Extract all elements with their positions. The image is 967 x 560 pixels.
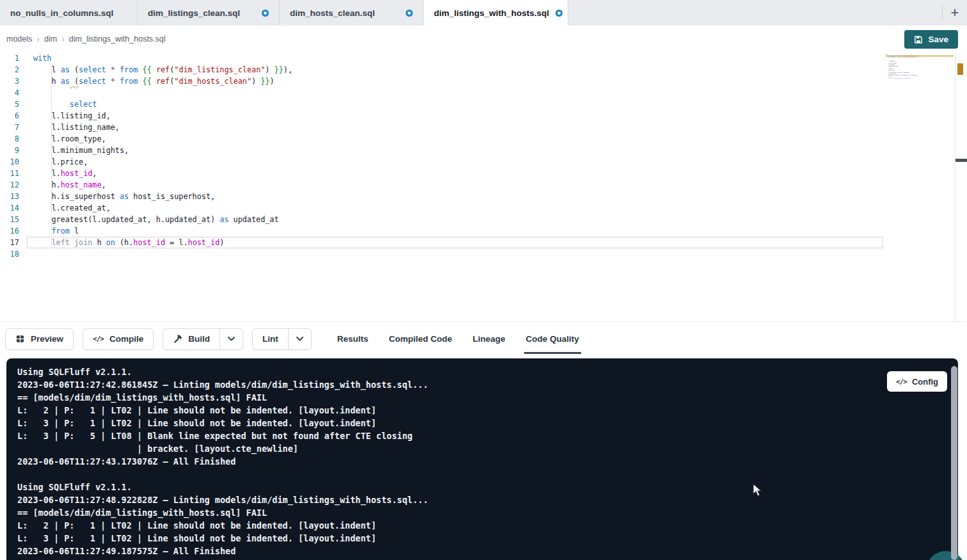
- overview-ruler-divider: [955, 52, 955, 321]
- code-content[interactable]: with l as (select * from {{ ref("dim_lis…: [33, 52, 292, 260]
- code-line: left join h on (h.host_id = l.host_id): [886, 77, 895, 79]
- action-toolbar: Preview </> Compile Build: [0, 321, 967, 356]
- overview-ruler-warning-marker: [957, 63, 963, 75]
- code-editor[interactable]: 123456789101112131415161718 with l as (s…: [0, 52, 967, 321]
- code-line: left join h on (h.host_id = l.host_id): [33, 237, 292, 248]
- terminal-scrollbar[interactable]: [951, 366, 957, 560]
- line-number: 1: [0, 52, 26, 64]
- dbt-ide-window: no_nulls_in_columns.sqldim_listings_clea…: [0, 0, 967, 560]
- modified-indicator-icon: [262, 10, 269, 17]
- preview-label: Preview: [31, 334, 63, 344]
- lint-split-button: Lint: [252, 328, 312, 350]
- breadcrumb-bar: models›dim›dim_listings_with_hosts.sql S…: [0, 26, 967, 52]
- lint-dropdown-button[interactable]: [288, 329, 311, 349]
- editor-tab[interactable]: dim_listings_clean.sql: [138, 0, 280, 26]
- save-icon: [914, 35, 923, 44]
- panel-tab-compiled-code[interactable]: Compiled Code: [388, 322, 452, 356]
- line-number: 7: [0, 122, 26, 133]
- save-button[interactable]: Save: [904, 30, 958, 49]
- line-number: 11: [0, 168, 26, 179]
- lint-label: Lint: [262, 334, 278, 344]
- line-number: 13: [0, 191, 26, 202]
- code-line: l.room_type,: [33, 133, 292, 145]
- breadcrumb-item[interactable]: dim: [44, 35, 57, 44]
- tab-list: no_nulls_in_columns.sqldim_listings_clea…: [0, 0, 568, 26]
- terminal-output: Using SQLFluff v2.1.1. 2023-06-06T11:27:…: [17, 365, 939, 557]
- breadcrumb-item[interactable]: dim_listings_with_hosts.sql: [69, 35, 166, 44]
- build-button[interactable]: Build: [163, 329, 220, 349]
- overview-ruler-cursor-marker: [955, 159, 967, 162]
- code-line: greatest(l.updated_at, h.updated_at) as …: [33, 214, 292, 225]
- code-line: with: [33, 52, 292, 64]
- tab-bar-spacer: [568, 0, 942, 26]
- compile-button[interactable]: </> Compile: [83, 328, 154, 350]
- chevron-down-icon: [228, 337, 235, 341]
- line-number: 18: [0, 248, 26, 260]
- line-number: 17: [0, 237, 26, 248]
- line-number: 6: [0, 110, 26, 122]
- code-line: l.price,: [33, 156, 292, 168]
- code-line: l.listing_name,: [33, 122, 292, 133]
- code-line: l.created_at,: [33, 202, 292, 214]
- modified-indicator-icon: [555, 10, 563, 17]
- editor-tab[interactable]: dim_listings_with_hosts.sql: [424, 0, 568, 26]
- line-number-gutter: 123456789101112131415161718: [0, 52, 26, 260]
- code-icon: </>: [93, 335, 104, 343]
- line-number: 4: [0, 87, 26, 99]
- panel-tab-results[interactable]: Results: [337, 322, 369, 356]
- line-number: 12: [0, 179, 26, 191]
- line-number: 2: [0, 64, 26, 76]
- plus-icon: +: [951, 4, 959, 21]
- line-number: 16: [0, 225, 26, 237]
- panel-tab-list: ResultsCompiled CodeLineageCode Quality: [337, 322, 579, 356]
- panel-tab-lineage[interactable]: Lineage: [472, 322, 505, 356]
- code-line: h.is_superhost as host_is_superhost,: [33, 191, 292, 202]
- line-number: 15: [0, 214, 26, 225]
- config-label: Config: [912, 377, 938, 387]
- line-number: 10: [0, 156, 26, 168]
- build-label: Build: [188, 334, 210, 344]
- code-line: l.minimum_nights,: [33, 145, 292, 156]
- editor-tab[interactable]: no_nulls_in_columns.sql: [0, 0, 138, 26]
- build-dropdown-button[interactable]: [220, 329, 243, 349]
- editor-tab[interactable]: dim_hosts_clean.sql: [280, 0, 424, 26]
- tab-label: no_nulls_in_columns.sql: [10, 8, 113, 18]
- code-line: select: [33, 99, 292, 110]
- tab-bar: no_nulls_in_columns.sqldim_listings_clea…: [0, 0, 967, 26]
- code-icon: </>: [896, 378, 907, 386]
- code-line: l.listing_id,: [33, 110, 292, 122]
- code-line: from l: [33, 225, 292, 237]
- code-line: h as (select * from {{ ref("dim_hosts_cl…: [33, 76, 292, 87]
- code-line: [33, 248, 292, 260]
- code-line: l as (select * from {{ ref("dim_listings…: [33, 64, 292, 76]
- compile-label: Compile: [109, 334, 143, 344]
- preview-button[interactable]: Preview: [5, 328, 74, 350]
- code-line: h as (select * from {{ ref("dim_hosts_cl…: [886, 57, 895, 58]
- breadcrumb: models›dim›dim_listings_with_hosts.sql: [6, 26, 166, 52]
- new-tab-button[interactable]: +: [943, 0, 967, 26]
- hammer-icon: [173, 334, 182, 344]
- breadcrumb-item[interactable]: models: [6, 35, 32, 44]
- line-number: 14: [0, 202, 26, 214]
- panel-tab-code-quality[interactable]: Code Quality: [526, 322, 579, 356]
- modified-indicator-icon: [406, 10, 413, 17]
- minimap[interactable]: with l as (select * from {{ ref("dim_lis…: [886, 54, 952, 131]
- line-number: 9: [0, 145, 26, 156]
- code-line: [886, 79, 895, 81]
- line-number: 8: [0, 133, 26, 145]
- chevron-right-icon: ›: [36, 34, 40, 44]
- chevron-down-icon: [296, 337, 303, 341]
- tab-label: dim_listings_clean.sql: [148, 8, 240, 18]
- line-number: 3: [0, 76, 26, 87]
- tab-label: dim_listings_with_hosts.sql: [434, 8, 549, 18]
- build-split-button: Build: [163, 328, 243, 350]
- save-label: Save: [928, 35, 948, 44]
- code-line: l.host_id,: [33, 168, 292, 179]
- terminal-panel: Using SQLFluff v2.1.1. 2023-06-06T11:27:…: [6, 358, 958, 560]
- config-button[interactable]: </> Config: [887, 371, 947, 392]
- tab-label: dim_hosts_clean.sql: [290, 8, 375, 18]
- code-line: [33, 87, 292, 99]
- line-number: 5: [0, 99, 26, 110]
- code-line: h.host_name,: [33, 179, 292, 191]
- lint-button[interactable]: Lint: [253, 329, 288, 349]
